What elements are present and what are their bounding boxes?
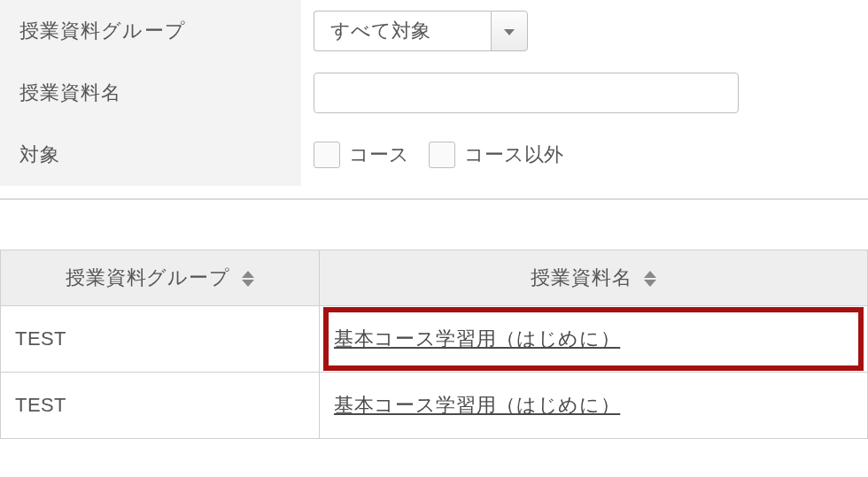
material-name-link[interactable]: 基本コース学習用（はじめに）: [334, 394, 620, 416]
sort-icon: [242, 271, 254, 287]
column-header-group[interactable]: 授業資料グループ: [1, 250, 320, 306]
checkbox-course-label: コース: [349, 142, 409, 168]
sort-icon: [644, 271, 656, 287]
material-name-link[interactable]: 基本コース学習用（はじめに）: [334, 327, 620, 350]
filter-row-group: 授業資料グループ すべて対象: [0, 0, 868, 62]
cell-name: 基本コース学習用（はじめに）: [320, 306, 868, 373]
column-header-group-label: 授業資料グループ: [66, 266, 230, 289]
group-select-caret-button[interactable]: [491, 11, 528, 51]
column-header-name-label: 授業資料名: [531, 266, 632, 289]
checkbox-box-icon: [314, 142, 340, 168]
filter-group-label: 授業資料グループ: [0, 0, 301, 62]
group-select-value: すべて対象: [314, 11, 491, 51]
group-select[interactable]: すべて対象: [314, 11, 528, 51]
table-row: TEST 基本コース学習用（はじめに）: [1, 373, 868, 439]
filter-form: 授業資料グループ すべて対象 授業資料名 対象 コース: [0, 0, 868, 186]
name-input[interactable]: [314, 73, 739, 113]
caret-down-icon: [503, 19, 515, 42]
filter-row-name: 授業資料名: [0, 62, 868, 124]
filter-group-control: すべて対象: [301, 0, 868, 62]
section-divider: [0, 198, 868, 200]
filter-name-label: 授業資料名: [0, 62, 301, 124]
table-row: TEST 基本コース学習用（はじめに）: [1, 306, 868, 373]
filter-name-control: [301, 62, 868, 124]
cell-group: TEST: [1, 373, 320, 439]
column-header-name[interactable]: 授業資料名: [320, 250, 868, 306]
filter-target-label: 対象: [0, 124, 301, 186]
cell-name: 基本コース学習用（はじめに）: [320, 373, 868, 439]
cell-group: TEST: [1, 306, 320, 373]
filter-target-control: コース コース以外: [301, 124, 868, 186]
checkbox-course[interactable]: コース: [314, 142, 409, 168]
checkbox-noncourse-label: コース以外: [464, 142, 563, 168]
checkbox-box-icon: [429, 142, 455, 168]
filter-row-target: 対象 コース コース以外: [0, 124, 868, 186]
checkbox-noncourse[interactable]: コース以外: [429, 142, 563, 168]
results-table: 授業資料グループ 授業資料名 TEST 基本コース学習用（はじめに）: [0, 250, 868, 439]
